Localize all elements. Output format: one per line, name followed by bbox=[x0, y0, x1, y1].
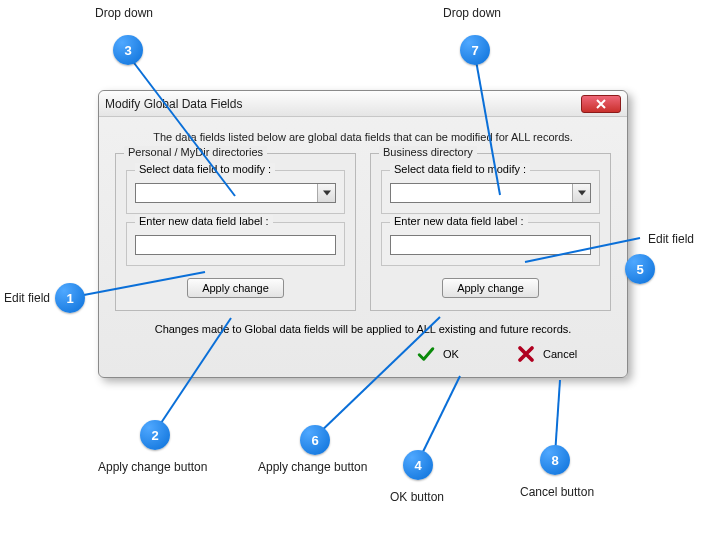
callout-label-5: Edit field bbox=[648, 232, 694, 246]
business-select-dropdown-button[interactable] bbox=[572, 184, 590, 202]
business-enter-input[interactable] bbox=[390, 235, 591, 255]
business-select-input[interactable] bbox=[391, 184, 572, 202]
callout-label-3: Drop down bbox=[95, 6, 153, 20]
chevron-down-icon bbox=[323, 190, 331, 196]
callout-label-8: Cancel button bbox=[520, 485, 594, 499]
personal-enter-input[interactable] bbox=[135, 235, 336, 255]
columns: Personal / MyDir directories Select data… bbox=[115, 153, 611, 311]
close-button[interactable] bbox=[581, 95, 621, 113]
dialog-body: The data fields listed below are global … bbox=[99, 117, 627, 377]
callout-bubble-7: 7 bbox=[460, 35, 490, 65]
personal-apply-button[interactable]: Apply change bbox=[187, 278, 284, 298]
personal-select-input[interactable] bbox=[136, 184, 317, 202]
personal-group: Personal / MyDir directories Select data… bbox=[115, 153, 356, 311]
personal-legend: Personal / MyDir directories bbox=[124, 146, 267, 158]
personal-select-dropdown-button[interactable] bbox=[317, 184, 335, 202]
chevron-down-icon bbox=[578, 190, 586, 196]
callout-bubble-6: 6 bbox=[300, 425, 330, 455]
svg-line-6 bbox=[418, 376, 460, 462]
callout-label-6: Apply change button bbox=[258, 460, 367, 474]
callout-bubble-3: 3 bbox=[113, 35, 143, 65]
personal-enter-sub: Enter new data field label : bbox=[126, 222, 345, 266]
dialog-title: Modify Global Data Fields bbox=[105, 97, 581, 111]
callout-label-7: Drop down bbox=[443, 6, 501, 20]
svg-line-7 bbox=[555, 380, 560, 455]
business-enter-sub: Enter new data field label : bbox=[381, 222, 600, 266]
cancel-label: Cancel bbox=[543, 348, 587, 360]
business-select-sub: Select data field to modify : bbox=[381, 170, 600, 214]
business-apply-button[interactable]: Apply change bbox=[442, 278, 539, 298]
business-select-legend: Select data field to modify : bbox=[390, 163, 530, 175]
business-select-combo[interactable] bbox=[390, 183, 591, 203]
callout-bubble-1: 1 bbox=[55, 283, 85, 313]
personal-select-sub: Select data field to modify : bbox=[126, 170, 345, 214]
callout-bubble-4: 4 bbox=[403, 450, 433, 480]
personal-select-combo[interactable] bbox=[135, 183, 336, 203]
modify-global-data-fields-dialog: Modify Global Data Fields The data field… bbox=[98, 90, 628, 378]
cancel-button[interactable]: Cancel bbox=[517, 345, 587, 363]
note-text: Changes made to Global data fields will … bbox=[115, 323, 611, 335]
business-enter-legend: Enter new data field label : bbox=[390, 215, 528, 227]
close-icon bbox=[595, 99, 607, 109]
ok-button[interactable]: OK bbox=[417, 345, 487, 363]
personal-enter-legend: Enter new data field label : bbox=[135, 215, 273, 227]
callout-bubble-8: 8 bbox=[540, 445, 570, 475]
callout-label-2: Apply change button bbox=[98, 460, 207, 474]
checkmark-icon bbox=[417, 345, 435, 363]
business-group: Business directory Select data field to … bbox=[370, 153, 611, 311]
intro-text: The data fields listed below are global … bbox=[115, 131, 611, 143]
titlebar: Modify Global Data Fields bbox=[99, 91, 627, 117]
callout-bubble-2: 2 bbox=[140, 420, 170, 450]
dialog-footer: OK Cancel bbox=[115, 345, 611, 363]
x-icon bbox=[517, 345, 535, 363]
ok-label: OK bbox=[443, 348, 487, 360]
business-legend: Business directory bbox=[379, 146, 477, 158]
callout-label-1: Edit field bbox=[4, 291, 50, 305]
callout-label-4: OK button bbox=[390, 490, 444, 504]
personal-select-legend: Select data field to modify : bbox=[135, 163, 275, 175]
callout-bubble-5: 5 bbox=[625, 254, 655, 284]
